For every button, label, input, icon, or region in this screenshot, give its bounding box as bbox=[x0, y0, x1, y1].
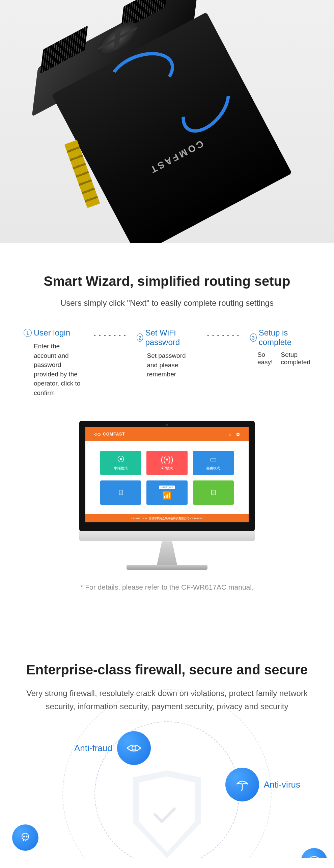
monitor-device-icon: 🖥 bbox=[117, 488, 124, 497]
step-title: 3 Setup is complete bbox=[250, 328, 310, 347]
step-number-badge: 3 bbox=[250, 333, 257, 342]
home-icon: ⌂ bbox=[229, 432, 231, 437]
firewall-graphic: Anti-fraud Anti-virus Anti-hijacking Ant… bbox=[13, 737, 321, 858]
shield-small-icon bbox=[301, 848, 327, 858]
admin-brand-logo: ◇◇ COMFAST bbox=[94, 432, 125, 437]
svg-point-1 bbox=[22, 833, 29, 840]
dots-divider-icon: • • • • • • • bbox=[207, 333, 240, 338]
step-title-text: Set WiFi password bbox=[145, 328, 197, 347]
wps-badge: WPS/QSS bbox=[159, 486, 174, 489]
wizard-subheading: Users simply click "Next" to easily comp… bbox=[17, 298, 317, 308]
umbrella-icon bbox=[225, 768, 259, 801]
webcam-icon bbox=[166, 424, 168, 426]
admin-header-bar: ◇◇ COMFAST ⌂ ✿ bbox=[85, 427, 249, 441]
wizard-step-1: 1 User login Enter the account and passw… bbox=[24, 328, 84, 397]
logo-icon: ◇◇ bbox=[94, 432, 101, 437]
router-icon: ▭ bbox=[210, 455, 217, 464]
wifi-icon: 📶 bbox=[162, 491, 171, 500]
bubble-anti-crack: Anti-crack bbox=[257, 848, 327, 858]
bubble-anti-fraud: Anti-fraud bbox=[74, 731, 151, 765]
monitor-bezel: ◇◇ COMFAST ⌂ ✿ ⦿中继模式 ((•))AP模式 ▭路由模式 🖥 W… bbox=[79, 421, 255, 531]
admin-ui-monitor: ◇◇ COMFAST ⌂ ✿ ⦿中继模式 ((•))AP模式 ▭路由模式 🖥 W… bbox=[79, 421, 255, 570]
tile-label: AP模式 bbox=[161, 466, 172, 471]
monitor-base bbox=[127, 565, 207, 570]
check-icon bbox=[153, 800, 176, 823]
step-title: 2 Set WiFi password bbox=[137, 328, 197, 347]
monitor-signal-icon: 🖥 bbox=[210, 488, 217, 497]
bubble-label: Anti-crack bbox=[257, 856, 296, 859]
router-hero-image: COMFAST bbox=[0, 0, 334, 243]
tile-label: 中继模式 bbox=[114, 466, 128, 471]
wizard-footnote: * For details, please refer to the CF-WR… bbox=[17, 583, 317, 591]
antenna-icon: ⦿ bbox=[117, 455, 124, 464]
admin-footer-bar: CF-WR617AC 深圳市四海众联网络科技有限公司 COMFAST bbox=[85, 514, 249, 522]
broadcast-icon: ((•)) bbox=[161, 455, 173, 464]
step-description: Enter the account and password provided … bbox=[24, 342, 84, 397]
firewall-section: Enterprise-class firewall, secure and se… bbox=[0, 625, 334, 858]
step-number-badge: 1 bbox=[24, 329, 32, 337]
monitor-chin bbox=[79, 530, 255, 541]
wizard-heading: Smart Wizard, simplified routing setup bbox=[17, 274, 317, 289]
tile-label: 路由模式 bbox=[206, 466, 220, 471]
svg-point-0 bbox=[132, 746, 136, 750]
step-title-text: User login bbox=[34, 328, 70, 338]
tile-ap-mode: ((•))AP模式 bbox=[146, 451, 187, 475]
gear-icon: ✿ bbox=[236, 432, 240, 437]
monitor-screen: ◇◇ COMFAST ⌂ ✿ ⦿中继模式 ((•))AP模式 ▭路由模式 🖥 W… bbox=[85, 427, 249, 522]
bubble-anti-virus: Anti-virus bbox=[225, 768, 300, 801]
router-device: COMFAST bbox=[1, 0, 333, 243]
admin-brand-text: COMFAST bbox=[103, 432, 125, 437]
step3-desc-b: Setup completed bbox=[281, 351, 310, 366]
step-number-badge: 2 bbox=[137, 333, 143, 342]
svg-point-2 bbox=[23, 836, 25, 838]
wizard-steps-row: 1 User login Enter the account and passw… bbox=[17, 328, 317, 397]
tile-network: 🖥 bbox=[193, 480, 234, 505]
smart-wizard-section: Smart Wizard, simplified routing setup U… bbox=[0, 243, 334, 625]
monitor-stand bbox=[150, 541, 184, 565]
router-brand-logo: COMFAST bbox=[147, 138, 205, 176]
step3-desc-a: So easy! bbox=[257, 351, 273, 366]
admin-header-icons: ⌂ ✿ bbox=[229, 432, 240, 437]
firewall-heading: Enterprise-class firewall, secure and se… bbox=[13, 662, 321, 677]
eye-icon bbox=[117, 731, 151, 765]
step-description: Set password and please remember bbox=[137, 351, 197, 379]
wizard-step-3: 3 Setup is complete So easy! Setup compl… bbox=[250, 328, 310, 397]
wizard-step-2: 2 Set WiFi password Set password and ple… bbox=[137, 328, 197, 397]
bubble-label: Anti-virus bbox=[264, 779, 300, 790]
skull-icon bbox=[12, 824, 38, 851]
dots-divider-icon: • • • • • • • bbox=[94, 333, 127, 338]
bubble-label: Anti-hijacking bbox=[5, 857, 58, 858]
bubble-anti-hijacking: Anti-hijacking bbox=[12, 824, 38, 851]
tile-router-mode: ▭路由模式 bbox=[193, 451, 234, 475]
admin-tile-grid: ⦿中继模式 ((•))AP模式 ▭路由模式 🖥 WPS/QSS📶 🖥 bbox=[85, 441, 249, 514]
tile-device: 🖥 bbox=[100, 480, 141, 505]
step-title: 1 User login bbox=[24, 328, 84, 338]
step-description: So easy! Setup completed bbox=[250, 351, 310, 366]
step-title-text: Setup is complete bbox=[259, 328, 310, 347]
bubble-label: Anti-fraud bbox=[74, 743, 112, 753]
tile-wps: WPS/QSS📶 bbox=[146, 480, 187, 505]
svg-point-3 bbox=[26, 836, 28, 838]
tile-relay-mode: ⦿中继模式 bbox=[100, 451, 141, 475]
